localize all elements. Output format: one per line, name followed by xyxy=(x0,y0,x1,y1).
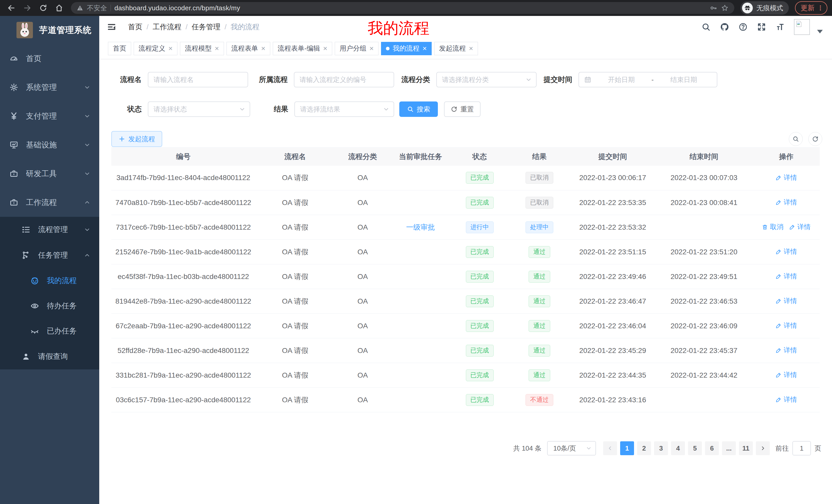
search-button[interactable]: 搜索 xyxy=(399,102,438,117)
breadcrumb-item[interactable]: 工作流程 xyxy=(153,22,182,32)
detail-link[interactable]: 详情 xyxy=(775,346,797,355)
detail-link[interactable]: 详情 xyxy=(775,173,797,182)
detail-link[interactable]: 详情 xyxy=(775,247,797,256)
toggle-search-button[interactable] xyxy=(789,132,803,146)
browser-back-button[interactable] xyxy=(5,1,18,15)
sidebar-item-payment[interactable]: 支付管理 xyxy=(0,102,99,131)
breadcrumb-item[interactable]: 首页 xyxy=(128,22,142,32)
sidebar-item-process-management[interactable]: 流程管理 xyxy=(0,217,99,243)
detail-link[interactable]: 详情 xyxy=(775,321,797,330)
process-name-input[interactable] xyxy=(148,73,248,87)
cancel-link[interactable]: 取消 xyxy=(762,222,783,231)
category-select[interactable]: 请选择流程分类 xyxy=(436,72,537,87)
page-button-3[interactable]: 3 xyxy=(654,441,668,455)
sidebar-item-done-tasks[interactable]: 已办任务 xyxy=(0,318,99,344)
collapse-sidebar-icon[interactable] xyxy=(107,22,116,32)
detail-link[interactable]: 详情 xyxy=(775,395,797,404)
cell-result: 处理中 xyxy=(509,215,570,240)
cell-category: OA xyxy=(335,240,390,264)
sidebar-item-leave-query[interactable]: 请假查询 xyxy=(0,344,99,369)
cell-actions: 详情 xyxy=(753,314,820,338)
detail-link[interactable]: 详情 xyxy=(775,297,797,305)
page-size-select[interactable]: 10条/页 xyxy=(547,441,596,455)
page-button-4[interactable]: 4 xyxy=(671,441,685,455)
help-icon[interactable] xyxy=(738,22,748,32)
start-date-placeholder[interactable]: 开始日期 xyxy=(593,75,649,84)
goto-page-input[interactable] xyxy=(792,441,811,455)
avatar-caret-icon[interactable] xyxy=(817,30,823,33)
page-button-11[interactable]: 11 xyxy=(739,441,753,455)
font-size-icon[interactable] xyxy=(775,22,785,32)
tab-用户分组[interactable]: 用户分组× xyxy=(335,42,379,55)
close-icon[interactable]: × xyxy=(369,45,373,52)
page-ellipsis[interactable]: ... xyxy=(722,441,736,455)
page-button-5[interactable]: 5 xyxy=(688,441,702,455)
address-bar[interactable]: 不安全 dashboard.yudao.iocoder.cn/bpm/task/… xyxy=(71,2,734,14)
annotation-my-process: 我的流程 xyxy=(368,18,430,39)
browser-home-button[interactable] xyxy=(52,1,66,15)
fullscreen-icon[interactable] xyxy=(757,22,766,32)
app-logo-rabbit xyxy=(17,22,33,38)
detail-link[interactable]: 详情 xyxy=(775,272,797,281)
password-key-icon[interactable] xyxy=(710,4,717,12)
detail-link[interactable]: 详情 xyxy=(775,198,797,207)
detail-link[interactable]: 详情 xyxy=(789,222,811,231)
status-badge: 已完成 xyxy=(466,369,494,381)
sidebar-item-infrastructure[interactable]: 基础设施 xyxy=(0,131,99,159)
cell-actions: 详情 xyxy=(753,363,820,388)
tab-我的流程[interactable]: 我的流程× xyxy=(381,42,432,55)
close-icon[interactable]: × xyxy=(323,45,327,52)
prev-page-button[interactable] xyxy=(603,441,617,455)
breadcrumb-separator: / xyxy=(186,23,188,31)
close-icon[interactable]: × xyxy=(469,45,473,52)
detail-link[interactable]: 详情 xyxy=(775,370,797,380)
column-header: 流程名 xyxy=(255,148,335,166)
status-select[interactable]: 请选择状态 xyxy=(148,102,250,117)
sidebar-item-workflow[interactable]: 工作流程 xyxy=(0,188,99,217)
refresh-table-button[interactable] xyxy=(808,132,822,146)
github-icon[interactable] xyxy=(720,22,729,32)
browser-reload-button[interactable] xyxy=(36,1,50,15)
close-icon[interactable]: × xyxy=(215,45,219,52)
browser-menu-dots-icon[interactable] xyxy=(817,5,824,11)
close-icon[interactable]: × xyxy=(261,45,265,52)
submit-time-range-picker[interactable]: 开始日期 - 结束日期 xyxy=(578,72,717,87)
sidebar-item-system[interactable]: 系统管理 xyxy=(0,73,99,102)
sidebar-item-task-management[interactable]: 任务管理 xyxy=(0,243,99,268)
tab-首页[interactable]: 首页 xyxy=(108,42,131,55)
close-icon[interactable]: × xyxy=(168,45,173,52)
tab-流程模型[interactable]: 流程模型× xyxy=(180,42,224,55)
search-icon[interactable] xyxy=(701,22,711,32)
reset-button[interactable]: 重置 xyxy=(444,102,480,117)
app-logo-row: 芋道管理系统 xyxy=(0,16,99,44)
pagination: 共 104 条 10条/页 123456...11 前往 页 xyxy=(99,441,832,455)
current-task-link[interactable]: 一级审批 xyxy=(406,223,435,231)
chevron-left-icon xyxy=(607,445,613,451)
browser-forward-button[interactable] xyxy=(21,1,34,15)
page-button-2[interactable]: 2 xyxy=(637,441,651,455)
tab-流程定义[interactable]: 流程定义× xyxy=(134,42,177,55)
page-button-1[interactable]: 1 xyxy=(620,441,634,455)
create-process-button[interactable]: 发起流程 xyxy=(111,131,162,147)
tab-发起流程[interactable]: 发起流程× xyxy=(434,42,478,55)
result-select[interactable]: 请选择流结果 xyxy=(294,102,394,117)
next-page-button[interactable] xyxy=(756,441,770,455)
end-date-placeholder[interactable]: 结束日期 xyxy=(656,75,712,84)
tab-流程表单[interactable]: 流程表单× xyxy=(227,42,270,55)
sidebar-item-label: 已办任务 xyxy=(47,326,77,336)
avatar[interactable] xyxy=(794,19,810,35)
browser-update-button[interactable]: 更新 xyxy=(795,1,827,15)
breadcrumb-item[interactable]: 任务管理 xyxy=(192,22,220,32)
sidebar-item-todo-tasks[interactable]: 待办任务 xyxy=(0,293,99,318)
sidebar-item-home[interactable]: 首页 xyxy=(0,44,99,73)
parent-process-input[interactable] xyxy=(294,73,394,87)
close-icon[interactable]: × xyxy=(422,45,426,52)
edit-icon xyxy=(775,298,782,304)
sidebar-item-my-process[interactable]: 我的流程 xyxy=(0,268,99,293)
sidebar-item-label: 系统管理 xyxy=(26,82,57,93)
sidebar-item-dev-tools[interactable]: 研发工具 xyxy=(0,159,99,188)
tab-流程表单-编辑[interactable]: 流程表单-编辑× xyxy=(273,42,332,55)
monitor-icon xyxy=(9,141,18,149)
bookmark-star-icon[interactable] xyxy=(721,4,729,12)
page-button-6[interactable]: 6 xyxy=(705,441,719,455)
